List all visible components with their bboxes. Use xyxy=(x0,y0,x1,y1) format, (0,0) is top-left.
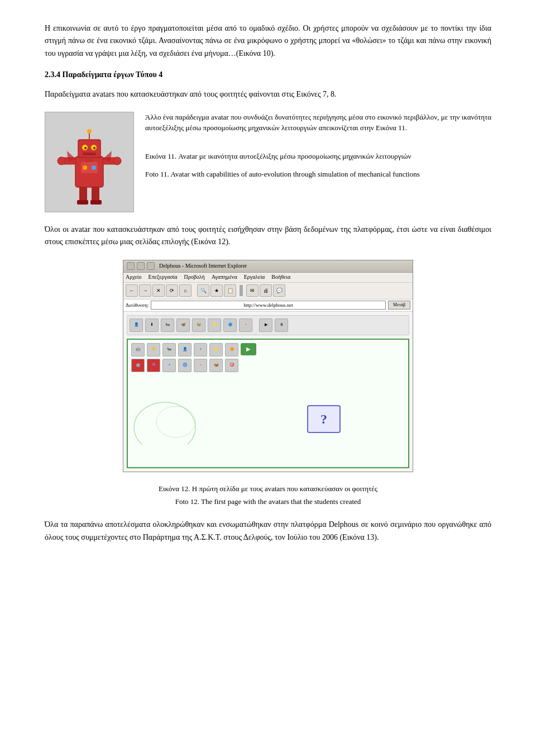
center-area: ? xyxy=(131,374,405,464)
screenshot-titlebar: Delphous - Microsoft Internet Explorer xyxy=(123,260,413,273)
avatar-row1-item1: 🤖 xyxy=(131,343,145,356)
avatar-row1-item4: 👤 xyxy=(178,343,192,356)
avatar-row1-item5: 🔹 xyxy=(194,343,207,356)
avatar-icon-8: 🔸 xyxy=(239,318,252,332)
toolbar-stop: ✕ xyxy=(152,284,165,297)
section-heading: 2.3.4 Παραδείγματα έργων Τύπου 4 xyxy=(45,69,491,81)
toolbar-back: ← xyxy=(126,284,138,297)
titlebar-close xyxy=(147,262,155,270)
avatar-row1-item6: ⭐ xyxy=(209,343,223,356)
avatar-selection-area: 🤖 👇 🐜 👤 🔹 ⭐ 🔶 ▶ 🤖 👾 🔹 🌀 xyxy=(127,339,409,468)
svg-point-4 xyxy=(84,147,87,149)
avatar-toolbar: 👤 ⬇ 🐜 🦋 🐝 ⭐ 🔷 🔸 ▶ ⏸ xyxy=(127,315,409,335)
toolbar-history: 📋 xyxy=(224,284,236,297)
robot-illustration xyxy=(50,117,128,207)
window-title: Delphous - Microsoft Internet Explorer xyxy=(159,261,247,270)
address-label: Διεύθυνση: xyxy=(126,301,149,309)
avatar-row1-item2: 👇 xyxy=(147,343,160,356)
screenshot-address-bar: Διεύθυνση: http://www.delphous.net Μετάβ xyxy=(123,299,413,312)
figure-11-caption-gr: Εικόνα 11. Avatar με ικανότητα αυτοεξέλι… xyxy=(145,151,491,162)
menu-file: Αρχείο xyxy=(126,273,142,282)
avatar-icon-9: ▶ xyxy=(259,318,272,332)
question-mark-box: ? xyxy=(307,405,341,433)
avatar-icon-5: 🐝 xyxy=(192,318,205,332)
toolbar-forward: → xyxy=(139,284,151,297)
paragraph-5: Όλα τα παραπάνω αποτελέσματα ολοκληρώθηκ… xyxy=(45,519,491,544)
avatar-row-2: 🤖 👾 🔹 🌀 🔸 📦 🎯 xyxy=(131,359,405,372)
paragraph-3: Άλλο ένα παράδειγμα avatar που συνδυάζει… xyxy=(145,112,491,134)
avatar-row1-item7: 🔶 xyxy=(225,343,238,356)
figure-12-caption-gr: Εικόνα 12. Η πρώτη σελίδα με τους avatar… xyxy=(45,483,491,495)
avatar-icon-7: 🔷 xyxy=(223,318,237,332)
avatar-row2-item5: 🔸 xyxy=(194,359,207,372)
avatar-row1-item3: 🐜 xyxy=(162,343,176,356)
avatar-row2-item6: 📦 xyxy=(209,359,223,372)
toolbar-home: ⌂ xyxy=(179,284,192,297)
svg-rect-13 xyxy=(92,187,99,202)
toolbar-refresh: ⟳ xyxy=(166,284,178,297)
menu-help: Βοήθεια xyxy=(271,273,290,282)
svg-rect-6 xyxy=(83,153,96,155)
avatar-row2-item1: 🤖 xyxy=(131,359,145,372)
avatar-row-1: 🤖 👇 🐜 👤 🔹 ⭐ 🔶 ▶ xyxy=(131,343,405,356)
paragraph-1: Η επικοινωνία σε αυτό το έργο πραγματοπο… xyxy=(45,22,491,60)
avatar-icon-10: ⏸ xyxy=(275,318,288,332)
svg-point-5 xyxy=(93,147,95,149)
screenshot-toolbar: ← → ✕ ⟳ ⌂ 🔍 ★ 📋 ✉ 🖨 💬 xyxy=(123,283,413,299)
avatar-row2-item2: 👾 xyxy=(147,359,160,372)
svg-point-20 xyxy=(87,129,92,134)
avatar-row2-item7: 🎯 xyxy=(225,359,238,372)
figure-12-block: Delphous - Microsoft Internet Explorer Α… xyxy=(45,260,491,508)
decorative-circles xyxy=(131,394,243,444)
screenshot-menubar: Αρχείο Επεξεργασία Προβολή Αγαπημένα Εργ… xyxy=(123,273,413,283)
page-content: Η επικοινωνία σε αυτό το έργο πραγματοπο… xyxy=(45,22,491,544)
toolbar-discuss: 💬 xyxy=(273,284,285,297)
svg-point-11 xyxy=(113,157,121,165)
figure-11-image xyxy=(45,112,134,212)
toolbar-mail: ✉ xyxy=(246,284,259,297)
avatar-icon-2: ⬇ xyxy=(145,318,159,332)
avatar-icon-4: 🦋 xyxy=(176,318,190,332)
toolbar-favorites: ★ xyxy=(210,284,223,297)
paragraph-4: Όλοι οι avatar που κατασκευάστηκαν από τ… xyxy=(45,224,491,249)
svg-rect-7 xyxy=(85,158,93,162)
url-input[interactable]: http://www.delphous.net xyxy=(151,301,386,310)
svg-point-18 xyxy=(92,165,96,170)
svg-point-10 xyxy=(58,157,65,165)
menu-tools: Εργαλεία xyxy=(244,273,265,282)
figure-12-caption-en: Foto 12. The first page with the avatars… xyxy=(45,496,491,508)
menu-favorites: Αγαπημένα xyxy=(212,273,237,282)
toolbar-search: 🔍 xyxy=(197,284,209,297)
svg-rect-14 xyxy=(77,200,88,205)
figure-11-container: Άλλο ένα παράδειγμα avatar που συνδυάζει… xyxy=(45,112,491,212)
menu-edit: Επεξεργασία xyxy=(149,273,178,282)
screenshot-page-content: 👤 ⬇ 🐜 🦋 🐝 ⭐ 🔷 🔸 ▶ ⏸ 🤖 👇 xyxy=(123,312,413,472)
figure-11-caption-en: Foto 11. Avatar with capabilities of aut… xyxy=(145,169,491,180)
play-button[interactable]: ▶ xyxy=(241,343,256,355)
status-bar: Έτοιμο Τοπικός υπολογιστής xyxy=(123,472,413,472)
svg-point-24 xyxy=(156,406,195,438)
titlebar-maximize xyxy=(137,262,145,270)
svg-rect-15 xyxy=(90,200,102,205)
svg-point-17 xyxy=(83,165,87,170)
figure-11-caption: Άλλο ένα παράδειγμα avatar που συνδυάζει… xyxy=(145,112,491,187)
titlebar-minimize xyxy=(127,262,135,270)
paragraph-2: Παραδείγματα avatars που κατασκευάστηκαν… xyxy=(45,88,491,101)
avatar-row2-item4: 🌀 xyxy=(178,359,192,372)
avatar-icon-1: 👤 xyxy=(130,318,143,332)
avatar-icon-3: 🐜 xyxy=(161,318,174,332)
svg-rect-12 xyxy=(79,187,87,202)
go-button[interactable]: Μετάβ xyxy=(388,301,410,310)
avatar-icon-6: ⭐ xyxy=(208,318,221,332)
toolbar-print: 🖨 xyxy=(260,284,272,297)
menu-view: Προβολή xyxy=(184,273,205,282)
screenshot-container: Delphous - Microsoft Internet Explorer Α… xyxy=(123,260,413,472)
avatar-row2-item3: 🔹 xyxy=(162,359,176,372)
